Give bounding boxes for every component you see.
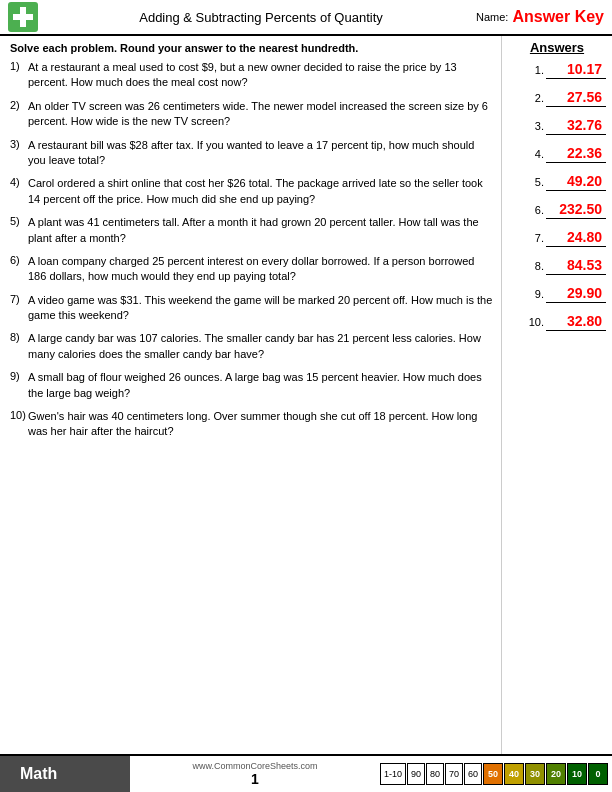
answer-number: 2. (524, 92, 544, 104)
score-40: 40 (504, 763, 524, 785)
score-range-1-10: 1-10 (384, 769, 402, 779)
answer-value: 24.80 (546, 229, 606, 247)
answer-value: 22.36 (546, 145, 606, 163)
name-label: Name: (476, 11, 508, 23)
score-70: 70 (445, 763, 463, 785)
problem-item: 7) A video game was $31. This weekend th… (10, 293, 493, 324)
problem-number: 4) (10, 176, 28, 188)
problem-item: 2) An older TV screen was 26 centimeters… (10, 99, 493, 130)
problem-number: 9) (10, 370, 28, 382)
problem-item: 6) A loan company charged 25 percent int… (10, 254, 493, 285)
page: Adding & Subtracting Percents of Quantit… (0, 0, 612, 792)
answer-number: 1. (524, 64, 544, 76)
answer-value: 232.50 (546, 201, 606, 219)
footer: Math www.CommonCoreSheets.com 1 1-10 90 … (0, 754, 612, 792)
problem-item: 8) A large candy bar was 107 calories. T… (10, 331, 493, 362)
problem-item: 10) Gwen's hair was 40 centimeters long.… (10, 409, 493, 440)
score-range-label: 1-10 (380, 763, 406, 785)
problems-section: Solve each problem. Round your answer to… (0, 36, 502, 754)
main-content: Solve each problem. Round your answer to… (0, 36, 612, 754)
problem-number: 3) (10, 138, 28, 150)
math-text: Math (20, 765, 57, 783)
problem-number: 2) (10, 99, 28, 111)
score-80: 80 (426, 763, 444, 785)
answer-number: 3. (524, 120, 544, 132)
problem-text: At a restaurant a meal used to cost $9, … (28, 60, 493, 91)
answer-row: 2. 27.56 (508, 89, 606, 107)
score-10: 10 (567, 763, 587, 785)
answer-row: 7. 24.80 (508, 229, 606, 247)
problem-number: 5) (10, 215, 28, 227)
answer-row: 8. 84.53 (508, 257, 606, 275)
problem-item: 4) Carol ordered a shirt online that cos… (10, 176, 493, 207)
score-90: 90 (407, 763, 425, 785)
answer-number: 9. (524, 288, 544, 300)
answer-row: 4. 22.36 (508, 145, 606, 163)
footer-url: www.CommonCoreSheets.com (192, 761, 317, 771)
answer-row: 9. 29.90 (508, 285, 606, 303)
score-20: 20 (546, 763, 566, 785)
answer-number: 4. (524, 148, 544, 160)
header-title: Adding & Subtracting Percents of Quantit… (46, 10, 476, 25)
problem-number: 7) (10, 293, 28, 305)
answer-value: 49.20 (546, 173, 606, 191)
score-0: 0 (588, 763, 608, 785)
answer-row: 3. 32.76 (508, 117, 606, 135)
answer-value: 27.56 (546, 89, 606, 107)
answer-key-label: Answer Key (512, 8, 604, 26)
answer-row: 10. 32.80 (508, 313, 606, 331)
header: Adding & Subtracting Percents of Quantit… (0, 0, 612, 36)
problem-text: A restaurant bill was $28 after tax. If … (28, 138, 493, 169)
problem-item: 1) At a restaurant a meal used to cost $… (10, 60, 493, 91)
problems-container: 1) At a restaurant a meal used to cost $… (10, 60, 493, 440)
answer-number: 8. (524, 260, 544, 272)
worksheet-title: Adding & Subtracting Percents of Quantit… (139, 10, 383, 25)
problem-number: 6) (10, 254, 28, 266)
answer-value: 32.80 (546, 313, 606, 331)
answer-row: 1. 10.17 (508, 61, 606, 79)
footer-scores: 1-10 90 80 70 60 50 40 30 20 10 0 (380, 756, 612, 792)
footer-center: www.CommonCoreSheets.com 1 (130, 756, 380, 792)
problem-number: 8) (10, 331, 28, 343)
answer-number: 7. (524, 232, 544, 244)
answer-number: 6. (524, 204, 544, 216)
problem-text: A loan company charged 25 percent intere… (28, 254, 493, 285)
problem-number: 1) (10, 60, 28, 72)
problem-number: 10) (10, 409, 28, 421)
problem-text: A plant was 41 centimeters tall. After a… (28, 215, 493, 246)
problem-text: An older TV screen was 26 centimeters wi… (28, 99, 493, 130)
answer-value: 10.17 (546, 61, 606, 79)
answer-number: 5. (524, 176, 544, 188)
score-50: 50 (483, 763, 503, 785)
instructions: Solve each problem. Round your answer to… (10, 42, 493, 54)
svg-rect-2 (13, 14, 33, 20)
answer-value: 84.53 (546, 257, 606, 275)
problem-item: 3) A restaurant bill was $28 after tax. … (10, 138, 493, 169)
score-30: 30 (525, 763, 545, 785)
footer-page: 1 (251, 771, 259, 787)
problem-text: Gwen's hair was 40 centimeters long. Ove… (28, 409, 493, 440)
score-60: 60 (464, 763, 482, 785)
answer-row: 6. 232.50 (508, 201, 606, 219)
answer-value: 29.90 (546, 285, 606, 303)
answers-section: Answers 1. 10.17 2. 27.56 3. 32.76 4. 22… (502, 36, 612, 754)
answer-number: 10. (524, 316, 544, 328)
logo-icon (8, 2, 38, 32)
answers-container: 1. 10.17 2. 27.56 3. 32.76 4. 22.36 5. 4… (508, 61, 606, 331)
answers-title: Answers (508, 40, 606, 55)
problem-text: A video game was $31. This weekend the g… (28, 293, 493, 324)
answer-value: 32.76 (546, 117, 606, 135)
problem-text: Carol ordered a shirt online that cost h… (28, 176, 493, 207)
problem-text: A large candy bar was 107 calories. The … (28, 331, 493, 362)
problem-text: A small bag of flour weighed 26 ounces. … (28, 370, 493, 401)
problem-item: 5) A plant was 41 centimeters tall. Afte… (10, 215, 493, 246)
answer-row: 5. 49.20 (508, 173, 606, 191)
footer-math-label: Math (0, 756, 130, 792)
problem-item: 9) A small bag of flour weighed 26 ounce… (10, 370, 493, 401)
